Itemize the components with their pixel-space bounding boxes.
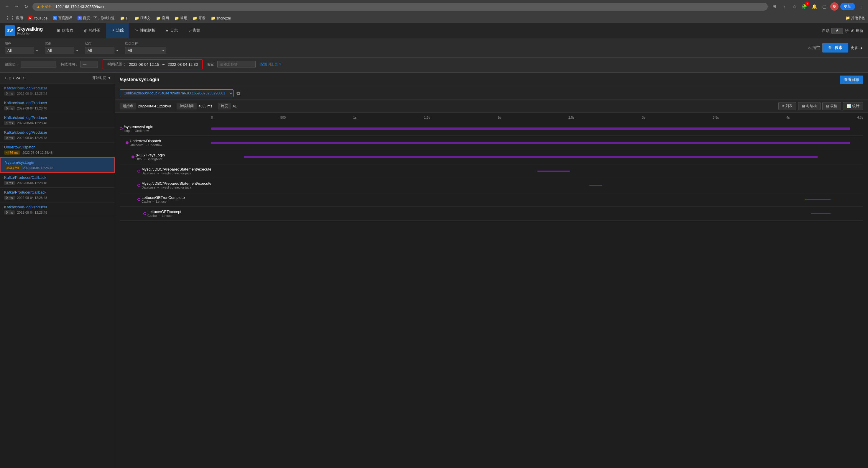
status-select[interactable]: All: [85, 47, 115, 54]
youtube-bookmark[interactable]: ▶ YouTube: [26, 16, 50, 21]
span-text: Mysql/JDBC/PreparedStatement/execute Dat…: [142, 181, 211, 189]
nav-performance[interactable]: 〜 性能剖析: [129, 23, 161, 38]
tree-view-button[interactable]: ⊞ 树结构: [798, 102, 820, 110]
bookmark-icon[interactable]: ☆: [790, 2, 799, 11]
common-folder-bookmark[interactable]: 📁 常用: [172, 15, 190, 22]
browser-chrome: ← → ↻ ▲ 不安全 | 192.168.179.143:30559/trac…: [0, 0, 868, 13]
copy-trace-id-button[interactable]: ⧉: [237, 91, 240, 96]
menu-icon[interactable]: ⋮: [857, 2, 865, 11]
service-label: 服务: [5, 41, 40, 46]
span-sub: Http → Undertow: [124, 129, 153, 133]
collapse-panel-button[interactable]: ‹: [3, 75, 7, 81]
back-button[interactable]: ←: [3, 2, 11, 11]
main-content: ‹ 2 / 24 › 开始时间 ▼ Kafka/cloud-log/Produc…: [0, 72, 868, 468]
sort-button[interactable]: 开始时间 ▼: [92, 76, 111, 81]
nav-topology[interactable]: ◎ 拓扑图: [79, 23, 106, 38]
list-view-button[interactable]: ≡ 列表: [778, 102, 796, 110]
list-item[interactable]: Kafka/Producer/Callback 0 ms 2022-08-04 …: [0, 188, 115, 202]
nav-dashboard[interactable]: ⊞ 仪表盘: [52, 23, 79, 38]
logo-subtext: Rocketbot: [17, 32, 43, 35]
list-item[interactable]: UndertowDispatch 4476 ms 2022-08-04 12:2…: [0, 143, 115, 157]
trace-id-label: 追踪ID：: [5, 62, 19, 67]
official-folder-label: 官网: [162, 16, 169, 21]
span-dot: [120, 127, 123, 130]
nav-trace[interactable]: ↗ 追踪: [106, 23, 129, 38]
span-name: {POST}/sysLogin: [135, 153, 165, 157]
search-button[interactable]: 🔍 搜索: [822, 43, 848, 53]
address-bar[interactable]: ▲ 不安全 | 192.168.179.143:30559/trace: [32, 3, 768, 11]
share-icon[interactable]: ↑: [780, 2, 788, 11]
forward-button[interactable]: →: [12, 2, 21, 11]
performance-icon: 〜: [134, 28, 138, 33]
other-bookmarks[interactable]: 📁 其他书签: [845, 16, 865, 21]
tick-1s: 1s: [353, 116, 357, 119]
span-sub: Database → mysql-connector-java: [142, 171, 211, 175]
nav-log[interactable]: ≡ 日志: [161, 23, 183, 38]
tick-4s: 4s: [786, 116, 790, 119]
list-item[interactable]: Kafka/cloud-log/Producer 0 ms 2022-08-04…: [0, 98, 115, 113]
translate-icon[interactable]: ⊞: [770, 2, 778, 11]
dev-folder-label: 开发: [198, 16, 206, 21]
duration-stat-group: 持续时间 4533 ms: [177, 103, 212, 110]
it-folder-bookmark[interactable]: 📁 IT: [118, 15, 131, 21]
list-item[interactable]: Kafka/cloud-log/Producer 1 ms 2022-08-04…: [0, 113, 115, 128]
list-item[interactable]: Kafka/cloud-log/Producer 0 ms 2022-08-04…: [0, 128, 115, 143]
trace-id-select[interactable]: 1dbb5e2deb0d4bc5b75a0ae709ef07a6.83.1659…: [120, 89, 234, 97]
refresh-interval-input[interactable]: [832, 28, 843, 34]
clear-icon: ✕: [808, 46, 811, 50]
page-total: 24: [16, 76, 20, 80]
nav-alarm[interactable]: ○ 告警: [183, 23, 206, 38]
baidu-search-bookmark[interactable]: 百 百度一下，你就知道: [75, 15, 117, 22]
tag-input[interactable]: [217, 61, 256, 68]
trace-time: 2022-08-04 12:28:48: [17, 181, 47, 185]
apps-bookmark[interactable]: ⋮⋮ 应用: [3, 14, 25, 22]
more-button[interactable]: 更多 ▲: [850, 45, 863, 51]
logo-icon: SW: [5, 25, 16, 36]
duration-min-input[interactable]: [80, 61, 98, 68]
page-next-button[interactable]: ›: [22, 75, 26, 81]
tree-icon: ⊞: [802, 104, 805, 108]
it-folder-icon: 📁: [120, 16, 125, 20]
zhongzhi-folder-bookmark[interactable]: 📁 zhongzhi: [209, 15, 233, 21]
trace-item-meta: 4533 ms 2022-08-04 12:28:48: [5, 166, 110, 170]
span-text: Mysql/JDBC/PreparedStatement/execute Dat…: [142, 167, 211, 175]
list-item[interactable]: Kafka/cloud-log/Producer 0 ms 2022-08-04…: [0, 84, 115, 98]
reload-button[interactable]: ↻: [22, 2, 30, 11]
view-log-button[interactable]: 查看日志: [840, 76, 863, 84]
trace-time: 2022-08-04 12:28:48: [17, 107, 47, 110]
list-item[interactable]: Kafka/cloud-log/Producer 0 ms 2022-08-04…: [0, 202, 115, 217]
extensions-button[interactable]: 🧩 3: [800, 2, 808, 11]
itblog-folder-bookmark[interactable]: 📁 IT博文: [132, 15, 153, 22]
table-view-button[interactable]: ⊟ 表格: [822, 102, 841, 110]
list-item[interactable]: Kafka/Producer/Callback 0 ms 2022-08-04 …: [0, 173, 115, 188]
alarm-icon: ○: [188, 28, 191, 33]
update-button[interactable]: 更新: [840, 3, 855, 10]
window-icon[interactable]: ▢: [820, 2, 829, 11]
filter-actions: ✕ 清空 🔍 搜索 更多 ▲: [808, 43, 863, 53]
trace-item-title: /system/sysLogin: [5, 160, 110, 165]
clear-button[interactable]: ✕ 清空: [808, 45, 820, 51]
service-select[interactable]: All: [5, 47, 34, 54]
span-bar: [244, 156, 818, 158]
endpoint-select[interactable]: All: [125, 47, 166, 54]
instance-select-wrapper: All: [45, 47, 80, 54]
official-folder-bookmark[interactable]: 📁 官网: [154, 15, 171, 22]
instance-select[interactable]: All: [45, 47, 74, 54]
profile-avatar[interactable]: G: [830, 2, 838, 11]
config-link[interactable]: 配置词汇页 ?: [260, 62, 281, 67]
trace-time: 2022-08-04 12:28:48: [17, 92, 47, 95]
bell-icon[interactable]: 🔔: [810, 2, 818, 11]
stats-view-button[interactable]: 📊 统计: [843, 102, 863, 110]
trace-id-input[interactable]: [21, 61, 56, 68]
baidu-translate-bookmark[interactable]: 百 百度翻译: [51, 15, 74, 22]
dev-folder-bookmark[interactable]: 📁 开发: [190, 15, 208, 22]
search-icon: 🔍: [828, 46, 833, 50]
span-bar-container: [211, 140, 863, 146]
list-item-active[interactable]: /system/sysLogin 4533 ms 2022-08-04 12:2…: [0, 157, 115, 173]
span-row: Mysql/JDBC/PreparedStatement/execute Dat…: [120, 178, 863, 193]
endpoint-filter-group: 端点名称 All: [125, 41, 166, 54]
trace-item-meta: 0 ms 2022-08-04 12:28:48: [4, 196, 111, 200]
stats-view-label: 统计: [852, 104, 860, 109]
trace-icon: ↗: [111, 28, 115, 33]
time-range-end: 2022-08-04 12:30: [168, 62, 198, 67]
